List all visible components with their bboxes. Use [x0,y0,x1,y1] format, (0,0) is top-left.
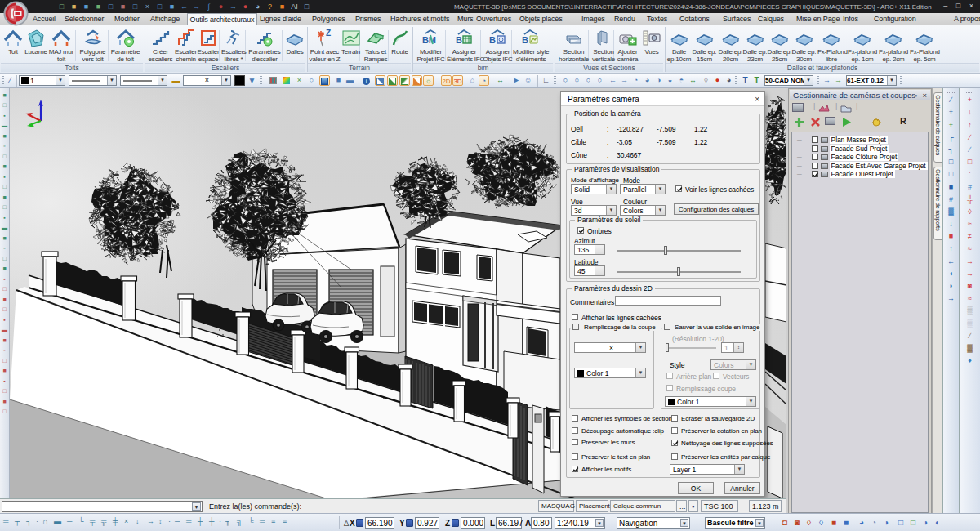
svg-text:BM: BM [422,35,436,45]
svg-text:Z: Z [326,29,331,38]
svg-text:B: B [522,35,528,45]
svg-text:B: B [456,35,462,45]
svg-text:B: B [489,35,496,45]
